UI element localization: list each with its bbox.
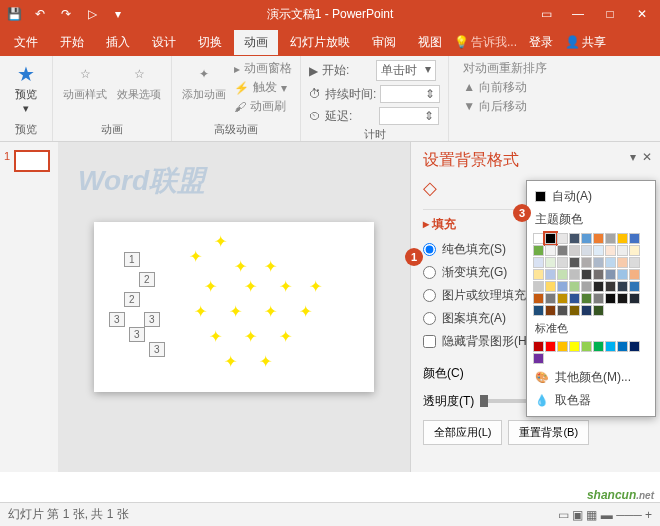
pane-close-icon[interactable]: ✕ <box>642 150 652 164</box>
theme-swatch[interactable] <box>629 281 640 292</box>
theme-swatch[interactable] <box>581 257 592 268</box>
tab-slideshow[interactable]: 幻灯片放映 <box>280 30 360 55</box>
redo-icon[interactable]: ↷ <box>56 4 76 24</box>
theme-swatch[interactable] <box>569 305 580 316</box>
theme-swatch[interactable] <box>581 233 592 244</box>
theme-swatch[interactable] <box>593 293 604 304</box>
theme-swatch[interactable] <box>581 245 592 256</box>
theme-swatch[interactable] <box>617 245 628 256</box>
theme-swatch[interactable] <box>533 245 544 256</box>
theme-swatch[interactable] <box>533 233 544 244</box>
slide-canvas[interactable]: 12 23 33 3 ✦✦ ✦✦ ✦✦ ✦✦ ✦✦ ✦✦ ✦✦ ✦✦ ✦ <box>94 222 374 392</box>
theme-swatch[interactable] <box>617 281 628 292</box>
std-swatch[interactable] <box>617 341 628 352</box>
theme-swatch[interactable] <box>533 269 544 280</box>
theme-swatch[interactable] <box>605 293 616 304</box>
auto-color[interactable]: 自动(A) <box>531 185 651 208</box>
view-controls[interactable]: ▭ ▣ ▦ ▬ ─── + <box>558 508 652 522</box>
std-swatch[interactable] <box>557 341 568 352</box>
theme-swatch[interactable] <box>629 245 640 256</box>
eyedropper[interactable]: 💧 取色器 <box>531 389 651 412</box>
theme-swatch[interactable] <box>557 269 568 280</box>
theme-swatch[interactable] <box>605 245 616 256</box>
theme-swatch[interactable] <box>545 305 556 316</box>
duration-input[interactable]: ⇕ <box>380 85 440 103</box>
theme-swatch[interactable] <box>557 293 568 304</box>
theme-swatch[interactable] <box>557 257 568 268</box>
theme-swatch[interactable] <box>533 293 544 304</box>
signin-link[interactable]: 登录 <box>519 30 563 55</box>
theme-swatch[interactable] <box>617 257 628 268</box>
start-slideshow-icon[interactable]: ▷ <box>82 4 102 24</box>
theme-swatch[interactable] <box>533 305 544 316</box>
theme-swatch[interactable] <box>557 281 568 292</box>
theme-swatch[interactable] <box>605 233 616 244</box>
minimize-icon[interactable]: — <box>564 3 592 25</box>
start-select[interactable]: 单击时▾ <box>376 60 436 81</box>
theme-swatch[interactable] <box>629 233 640 244</box>
maximize-icon[interactable]: □ <box>596 3 624 25</box>
theme-swatch[interactable] <box>605 257 616 268</box>
theme-swatch[interactable] <box>581 269 592 280</box>
delay-input[interactable]: ⇕ <box>379 107 439 125</box>
tab-review[interactable]: 审阅 <box>362 30 406 55</box>
theme-swatch[interactable] <box>557 233 568 244</box>
theme-swatch[interactable] <box>593 305 604 316</box>
theme-swatch[interactable] <box>569 281 580 292</box>
tab-transition[interactable]: 切换 <box>188 30 232 55</box>
theme-swatch[interactable] <box>629 269 640 280</box>
qat-more-icon[interactable]: ▾ <box>108 4 128 24</box>
tab-home[interactable]: 开始 <box>50 30 94 55</box>
theme-swatch[interactable] <box>605 281 616 292</box>
tell-me[interactable]: 💡告诉我... <box>454 34 517 51</box>
tab-design[interactable]: 设计 <box>142 30 186 55</box>
slide-thumb[interactable]: 1 <box>4 150 54 172</box>
theme-swatch[interactable] <box>533 281 544 292</box>
anim-pane-button[interactable]: ▸动画窗格 <box>234 60 292 77</box>
tab-animation[interactable]: 动画 <box>234 30 278 55</box>
theme-swatch[interactable] <box>545 281 556 292</box>
theme-swatch[interactable] <box>545 257 556 268</box>
tab-file[interactable]: 文件 <box>4 30 48 55</box>
theme-swatch[interactable] <box>617 269 628 280</box>
std-swatch[interactable] <box>533 341 544 352</box>
theme-swatch[interactable] <box>629 293 640 304</box>
tab-insert[interactable]: 插入 <box>96 30 140 55</box>
theme-swatch[interactable] <box>545 293 556 304</box>
theme-swatch[interactable] <box>533 257 544 268</box>
theme-swatch[interactable] <box>581 293 592 304</box>
preview-button[interactable]: ★ 预览▾ <box>8 60 44 116</box>
std-swatch[interactable] <box>593 341 604 352</box>
std-swatch[interactable] <box>545 341 556 352</box>
std-swatch[interactable] <box>629 341 640 352</box>
theme-swatch[interactable] <box>593 257 604 268</box>
theme-swatch[interactable] <box>581 305 592 316</box>
theme-swatch[interactable] <box>593 245 604 256</box>
theme-swatch[interactable] <box>545 233 556 244</box>
save-icon[interactable]: 💾 <box>4 4 24 24</box>
theme-swatch[interactable] <box>593 281 604 292</box>
theme-swatch[interactable] <box>569 233 580 244</box>
theme-swatch[interactable] <box>557 305 568 316</box>
apply-all-button[interactable]: 全部应用(L) <box>423 420 502 445</box>
theme-swatch[interactable] <box>545 245 556 256</box>
ribbon-options-icon[interactable]: ▭ <box>532 3 560 25</box>
theme-swatch[interactable] <box>617 293 628 304</box>
theme-swatch[interactable] <box>617 233 628 244</box>
theme-swatch[interactable] <box>581 281 592 292</box>
std-swatch[interactable] <box>533 353 544 364</box>
theme-swatch[interactable] <box>629 257 640 268</box>
theme-swatch[interactable] <box>605 269 616 280</box>
theme-swatch[interactable] <box>593 269 604 280</box>
reset-bg-button[interactable]: 重置背景(B) <box>508 420 589 445</box>
share-button[interactable]: 👤共享 <box>565 34 606 51</box>
std-swatch[interactable] <box>605 341 616 352</box>
theme-swatch[interactable] <box>569 257 580 268</box>
close-icon[interactable]: ✕ <box>628 3 656 25</box>
more-colors[interactable]: 🎨 其他颜色(M)... <box>531 366 651 389</box>
std-swatch[interactable] <box>569 341 580 352</box>
theme-swatch[interactable] <box>557 245 568 256</box>
theme-swatch[interactable] <box>593 233 604 244</box>
tab-view[interactable]: 视图 <box>408 30 452 55</box>
theme-swatch[interactable] <box>569 269 580 280</box>
